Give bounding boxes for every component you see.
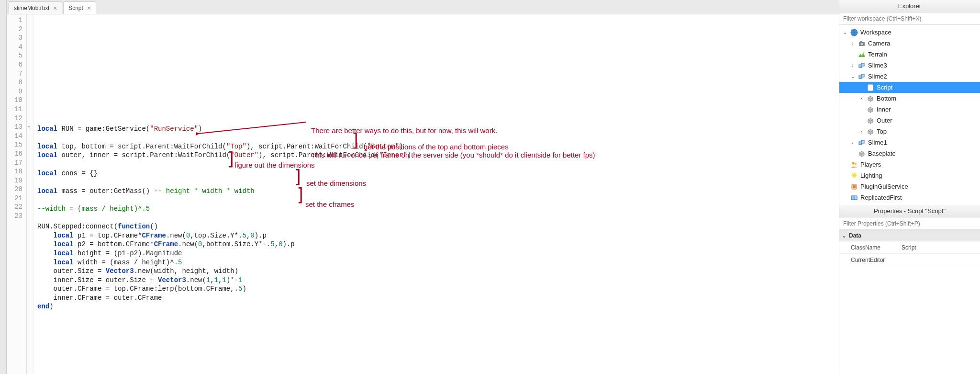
- fold-marker-icon[interactable]: ⌄: [27, 123, 31, 128]
- code-line[interactable]: local p1 = top.CFrame*CFrame.new(0,top.S…: [37, 232, 839, 241]
- chevron-right-icon[interactable]: ›: [850, 63, 856, 68]
- chevron-right-icon[interactable]: ›: [850, 140, 856, 145]
- line-number: 10: [7, 96, 26, 105]
- code-line[interactable]: end): [37, 303, 839, 312]
- line-number: 19: [7, 177, 26, 186]
- annotation-text-2: get the positions of the top and bottom …: [364, 143, 509, 151]
- tree-item-outer[interactable]: Outer: [839, 115, 980, 126]
- property-name: CurrentEditor: [839, 257, 902, 263]
- code-editor[interactable]: 1234567891011121314151617181920212223 ⌄ …: [7, 14, 839, 374]
- close-icon[interactable]: ×: [87, 5, 91, 11]
- line-number: 8: [7, 79, 26, 88]
- code-line[interactable]: local mass = outer:GetMass() -- height *…: [37, 187, 839, 196]
- tree-item-label: Camera: [868, 40, 890, 47]
- line-number: 9: [7, 88, 26, 97]
- tree-item-workspace[interactable]: ⌄Workspace: [839, 27, 980, 38]
- tree-item-label: Workspace: [860, 29, 891, 36]
- annotation-text-5: set the cframes: [305, 200, 355, 208]
- line-number: 6: [7, 61, 26, 70]
- line-number: 7: [7, 70, 26, 79]
- tree-item-top[interactable]: ›Top: [839, 126, 980, 137]
- tree-item-camera[interactable]: ›Camera: [839, 38, 980, 49]
- code-line[interactable]: --width = (mass / height)^.5: [37, 205, 839, 214]
- tree-item-slime2[interactable]: ⌄Slime2: [839, 71, 980, 82]
- part-icon: [866, 94, 875, 103]
- annotation-arrow: [196, 119, 311, 138]
- tree-item-inner[interactable]: Inner: [839, 104, 980, 115]
- property-value[interactable]: Script: [902, 244, 980, 251]
- svg-rect-9: [861, 74, 864, 77]
- plugin-icon: [850, 182, 858, 191]
- tree-item-slime3[interactable]: ›Slime3: [839, 60, 980, 71]
- tab-slimemob-rbxl[interactable]: slimeMob.rbxl×: [9, 1, 62, 14]
- tab-script[interactable]: Script×: [63, 1, 96, 14]
- properties-section-header[interactable]: ⌄ Data: [839, 230, 980, 241]
- line-number-gutter: 1234567891011121314151617181920212223: [7, 14, 27, 374]
- svg-rect-17: [853, 185, 856, 188]
- chevron-right-icon[interactable]: ›: [850, 41, 856, 46]
- chevron-down-icon: ⌄: [842, 233, 846, 238]
- property-row-currenteditor[interactable]: CurrentEditor: [839, 254, 980, 266]
- model-icon: [858, 138, 866, 147]
- code-line[interactable]: inner.CFrame = outer.CFrame: [37, 294, 839, 303]
- svg-point-4: [861, 43, 863, 45]
- chevron-down-icon[interactable]: ⌄: [850, 74, 856, 79]
- tree-item-label: Slime1: [868, 139, 887, 146]
- svg-line-0: [198, 122, 306, 134]
- line-number: 5: [7, 52, 26, 61]
- chevron-down-icon[interactable]: ⌄: [842, 30, 848, 35]
- tree-item-label: ReplicatedFirst: [860, 194, 902, 201]
- line-number: 11: [7, 105, 26, 114]
- part-icon: [866, 127, 875, 136]
- code-line[interactable]: [37, 214, 839, 223]
- code-line[interactable]: outer.Size = Vector3.new(width, height, …: [37, 267, 839, 276]
- line-number: 3: [7, 34, 26, 43]
- code-content[interactable]: There are better ways to do this, but fo…: [33, 14, 839, 374]
- tree-item-players[interactable]: Players: [839, 159, 980, 170]
- tree-item-baseplate[interactable]: Baseplate: [839, 148, 980, 159]
- tree-item-slime1[interactable]: ›Slime1: [839, 137, 980, 148]
- code-line[interactable]: [37, 196, 839, 205]
- line-number: 16: [7, 150, 26, 159]
- tree-item-replicatedfirst[interactable]: ReplicatedFirst: [839, 192, 980, 203]
- tree-item-script[interactable]: Script: [839, 82, 980, 93]
- svg-point-14: [855, 163, 857, 165]
- line-number: 18: [7, 168, 26, 177]
- line-number: 21: [7, 194, 26, 204]
- chevron-right-icon[interactable]: ›: [858, 96, 864, 101]
- tree-item-pluginguiservice[interactable]: PluginGuiService: [839, 181, 980, 192]
- svg-rect-3: [860, 41, 862, 43]
- code-line[interactable]: [37, 178, 839, 187]
- explorer-tree[interactable]: ⌄Workspace›CameraTerrain›Slime3⌄Slime2Sc…: [839, 25, 980, 205]
- properties-filter-input[interactable]: [839, 217, 980, 230]
- svg-point-5: [863, 52, 865, 53]
- tab-label: Script: [68, 5, 83, 11]
- tree-item-terrain[interactable]: Terrain: [839, 49, 980, 60]
- code-line[interactable]: inner.Size = outer.Size + Vector3.new(1,…: [37, 276, 839, 285]
- line-number: 4: [7, 43, 26, 52]
- close-icon[interactable]: ×: [53, 5, 57, 11]
- tree-item-bottom[interactable]: ›Bottom: [839, 93, 980, 104]
- tree-item-label: Baseplate: [868, 150, 896, 157]
- code-line[interactable]: local height = (p1-p2).Magnitude: [37, 249, 839, 259]
- tree-item-lighting[interactable]: Lighting: [839, 170, 980, 181]
- tree-item-label: Inner: [877, 106, 891, 113]
- tree-item-label: Top: [877, 128, 887, 135]
- svg-point-15: [853, 174, 856, 177]
- model-icon: [858, 72, 866, 81]
- code-line[interactable]: outer.CFrame = top.CFrame:lerp(bottom.CF…: [37, 285, 839, 294]
- property-row-classname[interactable]: ClassNameScript: [839, 241, 980, 254]
- code-line[interactable]: [37, 312, 839, 321]
- explorer-filter-input[interactable]: [839, 12, 980, 25]
- svg-rect-18: [851, 196, 854, 200]
- replicated-icon: [850, 193, 858, 202]
- line-number: 2: [7, 25, 26, 34]
- tab-bar: slimeMob.rbxl×Script×: [7, 0, 839, 14]
- code-line[interactable]: RUN.Stepped:connect(function(): [37, 223, 839, 232]
- tree-item-label: Slime3: [868, 62, 887, 69]
- line-number: 22: [7, 203, 26, 212]
- code-line[interactable]: local p2 = bottom.CFrame*CFrame.new(0,bo…: [37, 240, 839, 249]
- chevron-right-icon[interactable]: ›: [858, 129, 864, 134]
- code-line[interactable]: local width = (mass / height)^.5: [37, 259, 839, 268]
- tab-label: slimeMob.rbxl: [14, 5, 49, 11]
